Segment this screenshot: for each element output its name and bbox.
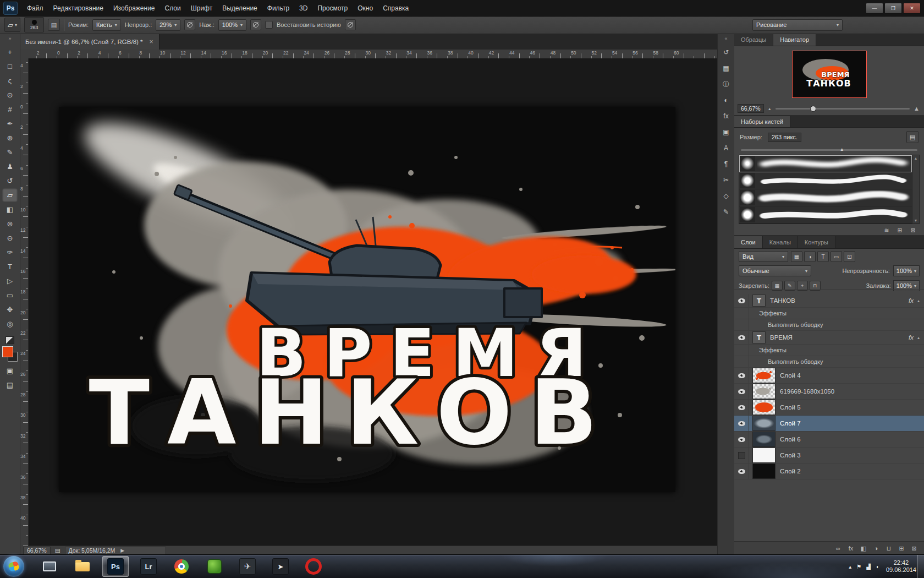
layer-thumbnail[interactable]: [752, 432, 776, 447]
move-tool[interactable]: +: [2, 45, 18, 59]
layer-thumbnail[interactable]: [752, 400, 776, 415]
quick-mask-button[interactable]: ▣: [2, 364, 18, 378]
tab-Контуры[interactable]: Контуры: [798, 236, 835, 248]
canvas[interactable]: ВРЕМЯ ТАНКОВ: [59, 107, 675, 492]
hidden-icons-button[interactable]: ▴: [849, 564, 851, 570]
taskbar-chrome-button[interactable]: [168, 556, 195, 577]
foreground-color-swatch[interactable]: [2, 346, 13, 357]
zoom-field[interactable]: 66,67%: [23, 547, 51, 555]
menu-item-4[interactable]: Слои: [160, 1, 186, 16]
action-center-icon[interactable]: ⚑: [856, 564, 861, 570]
delete-brush-icon[interactable]: ⊠: [908, 226, 919, 235]
info-panel-icon[interactable]: ⓘ: [719, 78, 733, 91]
toggle-brush-panel-button[interactable]: ▤: [48, 19, 60, 31]
type-tool[interactable]: T: [2, 260, 18, 274]
menu-item-3[interactable]: Изображение: [108, 1, 160, 16]
layer-visibility-toggle[interactable]: [734, 416, 749, 431]
fx-collapse-icon[interactable]: ▴: [917, 298, 920, 303]
pen-tool[interactable]: ✑: [2, 246, 18, 259]
adjustments-panel-icon[interactable]: ◐: [719, 94, 733, 107]
navigator-zoom-field[interactable]: 66,67%: [738, 104, 764, 113]
menu-item-2[interactable]: Редактирование: [48, 1, 108, 16]
layer-opacity-input[interactable]: 100% ▾: [893, 265, 920, 276]
dodge-tool[interactable]: ⊖: [2, 231, 18, 245]
mode-select[interactable]: Кисть ▾: [92, 19, 121, 31]
paragraph-panel-icon[interactable]: ¶: [719, 157, 733, 171]
layer-row-Слой 3[interactable]: Слой 3: [734, 448, 924, 464]
layer-name[interactable]: Слой 6: [780, 436, 801, 443]
layer-style-icon[interactable]: fx: [845, 544, 856, 553]
tab-swatches[interactable]: Образцы: [734, 34, 773, 46]
crop-tool[interactable]: #: [2, 102, 18, 116]
layer-row-Эффекты[interactable]: Эффекты: [734, 308, 924, 319]
toolbox-collapse-chevron[interactable]: »: [0, 34, 20, 45]
brush-size-slider[interactable]: ▲: [741, 147, 917, 152]
layer-name[interactable]: Слой 2: [780, 468, 801, 475]
volume-icon[interactable]: ◖: [876, 564, 879, 570]
layer-visibility-spacer[interactable]: [734, 356, 749, 367]
menu-item-9[interactable]: Просмотр: [312, 1, 353, 16]
new-layer-icon[interactable]: ⊞: [896, 544, 907, 553]
scroll-up-icon[interactable]: ▲: [914, 156, 918, 160]
taskbar-media-app-button[interactable]: ➤: [267, 556, 294, 577]
history-brush-tool[interactable]: ↺: [2, 174, 18, 188]
show-desktop-button[interactable]: [917, 555, 924, 578]
start-button[interactable]: [3, 556, 24, 577]
taskbar-clock[interactable]: 22:42 09.06.2014: [886, 559, 916, 574]
lasso-tool[interactable]: ς: [2, 74, 18, 88]
layer-row-Слой 7[interactable]: Слой 7: [734, 416, 924, 432]
clone-stamp-tool[interactable]: ♟: [2, 160, 18, 173]
close-tab-icon[interactable]: ×: [150, 38, 153, 46]
layer-filter-select[interactable]: Вид ▾: [739, 251, 788, 262]
menu-item-1[interactable]: Файл: [22, 1, 48, 16]
layer-thumbnail[interactable]: [752, 448, 776, 463]
layer-fx-badge[interactable]: fx▴: [909, 297, 920, 304]
brush-preset-airbrush-soft[interactable]: [739, 155, 912, 172]
taskbar-aircraft-app-button[interactable]: ✈: [234, 556, 261, 577]
layer-visibility-spacer[interactable]: [734, 345, 749, 356]
filter-adjustment-layers-icon[interactable]: ◑: [804, 251, 816, 262]
taskbar-explorer-button[interactable]: [69, 556, 96, 577]
layer-name[interactable]: ТАНКОВ: [770, 297, 795, 304]
filter-type-layers-icon[interactable]: T: [817, 251, 829, 262]
tool-presets-panel-icon[interactable]: ✎: [719, 205, 733, 219]
quick-selection-tool[interactable]: ⊙: [2, 88, 18, 102]
layer-visibility-toggle[interactable]: [734, 368, 749, 383]
layer-visibility-spacer[interactable]: [734, 319, 749, 330]
tab-navigator[interactable]: Навигатор: [773, 34, 816, 46]
clone-source-panel-icon[interactable]: ✂: [719, 173, 733, 187]
layer-name[interactable]: ВРЕМЯ: [770, 334, 793, 341]
menu-item-10[interactable]: Окно: [353, 1, 378, 16]
rectangular-marquee-tool[interactable]: □: [2, 59, 18, 73]
layer-name[interactable]: Эффекты: [759, 310, 787, 317]
horizontal-ruler[interactable]: 4202468101214161820222426283032343638404…: [28, 50, 718, 59]
menu-item-11[interactable]: Справка: [378, 1, 414, 16]
layer-visibility-toggle[interactable]: [734, 448, 749, 463]
layer-row-619669-924x578[interactable]: 619669-924x578: [734, 384, 924, 400]
brush-list-scrollbar[interactable]: ▲ ▼: [912, 155, 920, 224]
layer-name[interactable]: Слой 7: [780, 420, 801, 427]
taskbar-window-button[interactable]: [36, 556, 63, 577]
taskbar-green-app-button[interactable]: [201, 556, 228, 577]
workspace-select[interactable]: Рисование ▾: [752, 19, 843, 31]
filter-shape-layers-icon[interactable]: ▭: [831, 251, 842, 262]
eraser-tool[interactable]: ▱: [2, 188, 18, 202]
layer-row-Слой 6[interactable]: Слой 6: [734, 432, 924, 448]
layer-visibility-toggle[interactable]: [734, 384, 749, 399]
brush-stroke-preview-icon[interactable]: ≋: [881, 226, 892, 235]
zoom-out-mountain-icon[interactable]: ▲: [768, 107, 772, 111]
layer-visibility-toggle[interactable]: [734, 294, 749, 307]
brush-stamp-icon[interactable]: ▤: [906, 131, 919, 143]
path-selection-tool[interactable]: ▷: [2, 274, 18, 288]
slider-thumb[interactable]: ▲: [840, 147, 844, 152]
fx-collapse-icon[interactable]: ▴: [917, 335, 920, 340]
taskbar-lightroom-button[interactable]: Lr: [135, 556, 162, 577]
tab-Слои[interactable]: Слои: [734, 236, 763, 248]
layer-row-ВРЕМЯ[interactable]: TВРЕМЯfx▴: [734, 331, 924, 345]
taskbar-photoshop-button[interactable]: Ps: [102, 556, 129, 577]
filter-pixel-layers-icon[interactable]: ▦: [791, 251, 802, 262]
status-arrow-icon[interactable]: ▶: [120, 548, 124, 553]
layer-name[interactable]: Выполнить обводку: [768, 358, 823, 365]
rectangle-tool[interactable]: ▭: [2, 288, 18, 302]
zoom-tool[interactable]: ◎: [2, 317, 18, 331]
